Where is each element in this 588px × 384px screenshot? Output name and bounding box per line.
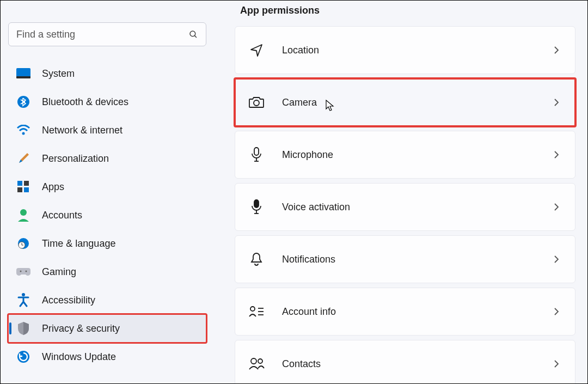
contacts-icon (248, 356, 265, 372)
sidebar-item-label: Accounts (42, 210, 82, 221)
nav: System Bluetooth & devices Network & int… (8, 59, 206, 371)
permission-account-info[interactable]: Account info (235, 288, 575, 336)
sidebar-item-network[interactable]: Network & internet (8, 116, 206, 144)
svg-point-15 (20, 271, 22, 272)
voice-activation-icon (248, 199, 265, 215)
account-info-icon (248, 303, 265, 320)
globe-clock-icon (16, 236, 31, 251)
svg-rect-7 (24, 181, 29, 186)
svg-rect-23 (254, 200, 259, 208)
svg-point-26 (250, 307, 255, 311)
chevron-right-icon (551, 254, 562, 265)
sidebar-item-accounts[interactable]: Accounts (8, 201, 206, 229)
svg-point-5 (22, 132, 25, 135)
chevron-right-icon (551, 202, 562, 212)
system-icon (16, 66, 31, 81)
search-input[interactable] (16, 29, 188, 40)
person-icon (16, 208, 31, 223)
chevron-right-icon (551, 149, 562, 160)
search-box[interactable] (8, 22, 206, 46)
sidebar-item-label: Apps (42, 181, 64, 193)
paintbrush-icon (16, 151, 31, 166)
sidebar-item-privacy-security[interactable]: Privacy & security (8, 314, 206, 343)
svg-point-30 (251, 358, 256, 364)
sidebar-item-label: Gaming (42, 266, 76, 278)
wifi-icon (16, 123, 31, 138)
sidebar-item-apps[interactable]: Apps (8, 173, 206, 201)
svg-line-1 (194, 35, 197, 38)
sidebar-item-windows-update[interactable]: Windows Update (8, 343, 206, 371)
svg-rect-8 (17, 187, 22, 192)
permission-microphone[interactable]: Microphone (235, 131, 575, 179)
svg-point-17 (22, 293, 25, 296)
sidebar-item-system[interactable]: System (8, 59, 206, 88)
sidebar: System Bluetooth & devices Network & int… (1, 1, 214, 383)
permission-label: Location (282, 45, 319, 56)
gamepad-icon (16, 264, 31, 279)
sidebar-item-label: Accessibility (42, 295, 95, 306)
bell-icon (248, 251, 265, 267)
search-icon (188, 29, 198, 39)
sidebar-item-time-language[interactable]: Time & language (8, 229, 206, 258)
chevron-right-icon (551, 45, 562, 56)
microphone-icon (248, 147, 265, 163)
svg-point-10 (20, 209, 27, 216)
apps-icon (16, 179, 31, 194)
sidebar-item-label: Network & internet (42, 125, 122, 136)
sidebar-item-label: System (42, 68, 75, 80)
svg-point-0 (190, 31, 195, 36)
svg-rect-3 (16, 76, 30, 78)
chevron-right-icon (551, 358, 562, 369)
avatar (16, 0, 50, 2)
svg-point-31 (258, 359, 262, 363)
permission-location[interactable]: Location (235, 26, 575, 74)
sidebar-item-label: Personalization (42, 153, 109, 164)
permission-label: Contacts (282, 358, 321, 370)
svg-rect-9 (24, 187, 29, 192)
location-icon (248, 42, 265, 58)
svg-rect-20 (254, 148, 259, 155)
permissions-list: Location Camera Microphone (235, 26, 575, 384)
permission-label: Notifications (282, 254, 335, 265)
main-panel: App permissions Location Camera (214, 1, 587, 383)
chevron-right-icon (551, 306, 562, 317)
sidebar-item-label: Time & language (42, 238, 115, 249)
permission-label: Camera (282, 97, 317, 108)
accessibility-icon (16, 292, 31, 308)
permission-camera[interactable]: Camera (235, 78, 575, 126)
permission-label: Voice activation (282, 202, 350, 213)
sidebar-item-label: Windows Update (42, 351, 116, 363)
sidebar-item-personalization[interactable]: Personalization (8, 144, 206, 173)
svg-point-19 (254, 100, 259, 106)
permission-voice-activation[interactable]: Voice activation (235, 183, 575, 231)
sidebar-item-accessibility[interactable]: Accessibility (8, 286, 206, 314)
permission-label: Microphone (282, 149, 333, 161)
bluetooth-icon (16, 94, 31, 109)
permission-contacts[interactable]: Contacts (235, 340, 575, 384)
permission-label: Account info (282, 306, 336, 318)
sidebar-item-gaming[interactable]: Gaming (8, 258, 206, 286)
permission-notifications[interactable]: Notifications (235, 235, 575, 283)
svg-point-16 (26, 271, 27, 272)
section-title: App permissions (240, 5, 575, 16)
chevron-right-icon (551, 97, 562, 108)
sidebar-item-label: Privacy & security (42, 323, 120, 334)
sidebar-item-bluetooth[interactable]: Bluetooth & devices (8, 88, 206, 116)
camera-icon (248, 94, 265, 111)
svg-rect-6 (17, 181, 22, 186)
update-icon (16, 349, 31, 364)
sidebar-item-label: Bluetooth & devices (42, 96, 128, 108)
shield-icon (16, 321, 31, 336)
